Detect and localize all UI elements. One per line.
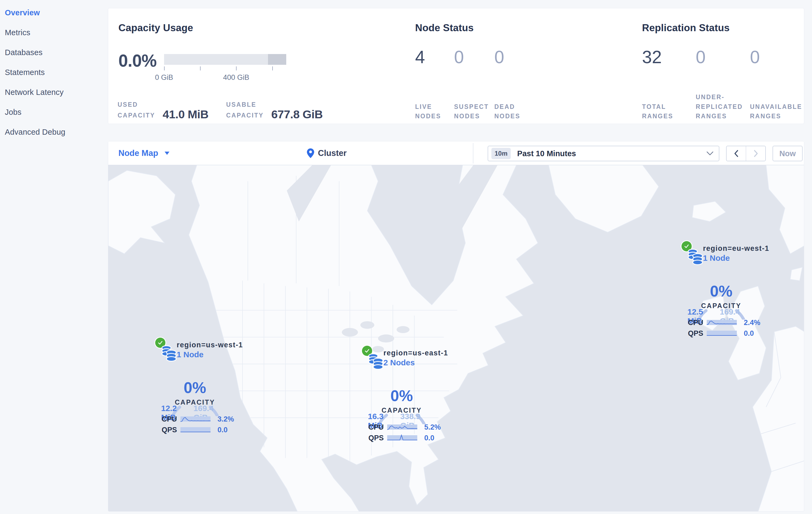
under-replicated-ranges-metric: 0 UNDER- REPLICATED RANGES	[696, 48, 750, 121]
unavailable-ranges-label: UNAVAILABLE RANGES	[750, 102, 802, 121]
cpu-value: 2.4%	[744, 319, 760, 327]
region-cpu-row: CPU 5.2%	[369, 423, 441, 432]
map-toolbar: Node Map Cluster 10m Past 10 Minutes	[108, 141, 804, 165]
map-pin-icon	[307, 148, 314, 158]
cpu-label: CPU	[162, 415, 178, 424]
sidebar-item-metrics[interactable]: Metrics	[0, 23, 108, 43]
total-ranges-label: TOTAL RANGES	[642, 102, 673, 121]
time-range-value: Past 10 Minutes	[517, 149, 576, 158]
capacity-usage-percent: 0.0%	[118, 51, 156, 71]
under-replicated-ranges-label: UNDER- REPLICATED RANGES	[696, 92, 743, 121]
replication-status-title: Replication Status	[642, 22, 730, 34]
sidebar-item-statements[interactable]: Statements	[0, 62, 108, 82]
region-marker-eu-west-1[interactable]: region=eu-west-1 1 Node 0% CAPACITY 12.5…	[677, 241, 771, 338]
region-node-count-link[interactable]: 2 Nodes	[383, 358, 415, 367]
sidebar: Overview Metrics Databases Statements Ne…	[0, 0, 108, 514]
used-capacity-stat: USED CAPACITY 41.0 MiB	[118, 99, 208, 121]
qps-sparkline	[707, 329, 737, 338]
sidebar-item-advanced-debug[interactable]: Advanced Debug	[0, 122, 108, 142]
capacity-bar-tick	[272, 66, 273, 71]
suspect-nodes-count: 0	[454, 48, 494, 66]
sidebar-item-databases[interactable]: Databases	[0, 43, 108, 62]
usable-capacity-value: 677.8 GiB	[271, 108, 323, 121]
region-name: region=us-east-1	[383, 349, 448, 357]
time-step-back-button[interactable]	[727, 146, 746, 161]
region-marker-us-east-1[interactable]: region=us-east-1 2 Nodes 0% CAPACITY 16.…	[357, 346, 451, 442]
usable-capacity-label: USABLE CAPACITY	[226, 99, 264, 121]
cpu-sparkline	[387, 423, 417, 432]
qps-sparkline	[387, 433, 417, 442]
now-button[interactable]: Now	[773, 146, 803, 161]
view-mode-label: Node Map	[118, 148, 158, 158]
region-name: region=eu-west-1	[703, 244, 769, 253]
region-node-count-link[interactable]: 1 Node	[703, 253, 730, 263]
replication-status-metrics: 32 TOTAL RANGES 0 UNDER- REPLICATED RANG…	[642, 48, 760, 121]
dead-nodes-metric: 0 DEAD NODES	[494, 48, 504, 121]
cpu-label: CPU	[369, 423, 385, 431]
region-cpu-row: CPU 2.4%	[688, 318, 760, 327]
region-qps-row: QPS 0.0	[162, 425, 228, 434]
cpu-value: 3.2%	[218, 415, 234, 424]
time-range-dropdown[interactable]: 10m Past 10 Minutes	[488, 146, 719, 161]
capacity-gauge-percent: 0%	[373, 386, 430, 405]
qps-label: QPS	[162, 426, 178, 434]
used-capacity-label: USED CAPACITY	[118, 99, 155, 121]
capacity-bar-tick-label: 400 GiB	[223, 73, 250, 82]
live-nodes-metric: 4 LIVE NODES	[415, 48, 454, 121]
live-nodes-label: LIVE NODES	[415, 102, 441, 121]
region-marker-us-west-1[interactable]: region=us-west-1 1 Node 0% CAPACITY 12.2…	[150, 337, 244, 434]
sidebar-item-jobs[interactable]: Jobs	[0, 102, 108, 122]
region-node-count-link[interactable]: 1 Node	[177, 350, 204, 359]
cpu-sparkline	[707, 318, 737, 327]
node-status-title: Node Status	[415, 22, 474, 34]
caret-down-icon	[165, 152, 169, 155]
view-mode-dropdown[interactable]: Node Map	[118, 141, 169, 165]
total-ranges-metric: 32 TOTAL RANGES	[642, 48, 696, 121]
qps-value: 0.0	[218, 426, 228, 434]
used-capacity-value: 41.0 MiB	[163, 108, 208, 121]
node-status-metrics: 4 LIVE NODES 0 SUSPECT NODES 0 DEAD NODE…	[415, 48, 504, 121]
dead-nodes-label: DEAD NODES	[494, 102, 520, 121]
dead-nodes-count: 0	[494, 48, 504, 66]
capacity-bar-ticks: 0 GiB400 GiB	[164, 66, 286, 85]
capacity-usage-bar	[164, 54, 286, 65]
qps-label: QPS	[688, 329, 704, 337]
region-qps-row: QPS 0.0	[688, 329, 754, 338]
toolbar-divider	[473, 143, 473, 163]
usable-capacity-stat: USABLE CAPACITY 677.8 GiB	[226, 99, 322, 121]
under-replicated-ranges-count: 0	[696, 48, 750, 66]
time-step-buttons	[726, 146, 766, 161]
capacity-bar-tick-label: 0 GiB	[155, 73, 173, 82]
cpu-label: CPU	[688, 319, 704, 327]
total-ranges-count: 32	[642, 48, 696, 66]
capacity-bar-tick	[200, 66, 201, 71]
breadcrumb-label: Cluster	[318, 148, 347, 158]
suspect-nodes-label: SUSPECT NODES	[454, 102, 489, 121]
sidebar-item-network-latency[interactable]: Network Latency	[0, 82, 108, 102]
capacity-usage-title: Capacity Usage	[118, 22, 193, 34]
cpu-sparkline	[180, 414, 210, 424]
qps-sparkline	[180, 425, 210, 434]
cluster-summary-panel: Capacity Usage 0.0% 0 GiB400 GiB USED CA…	[108, 8, 804, 124]
sidebar-item-overview[interactable]: Overview	[0, 3, 108, 23]
region-name: region=us-west-1	[177, 341, 243, 349]
suspect-nodes-metric: 0 SUSPECT NODES	[454, 48, 494, 121]
region-cpu-row: CPU 3.2%	[162, 414, 234, 424]
live-nodes-count: 4	[415, 48, 454, 66]
capacity-usage-stats: USED CAPACITY 41.0 MiB USABLE CAPACITY 6…	[118, 99, 323, 121]
chevron-right-icon	[753, 150, 759, 158]
capacity-bar-reserved-segment	[268, 54, 286, 65]
capacity-bar-tick	[164, 66, 165, 71]
qps-label: QPS	[369, 434, 385, 442]
breadcrumb-cluster[interactable]: Cluster	[307, 141, 347, 165]
unavailable-ranges-count: 0	[750, 48, 760, 66]
time-step-forward-button[interactable]	[746, 146, 765, 161]
time-range-badge: 10m	[491, 148, 511, 159]
qps-value: 0.0	[744, 329, 754, 337]
capacity-bar-tick	[236, 66, 237, 71]
region-qps-row: QPS 0.0	[369, 433, 434, 442]
cpu-value: 5.2%	[424, 423, 441, 431]
chevron-left-icon	[733, 150, 739, 158]
chevron-down-icon	[706, 151, 714, 156]
unavailable-ranges-metric: 0 UNAVAILABLE RANGES	[750, 48, 760, 121]
